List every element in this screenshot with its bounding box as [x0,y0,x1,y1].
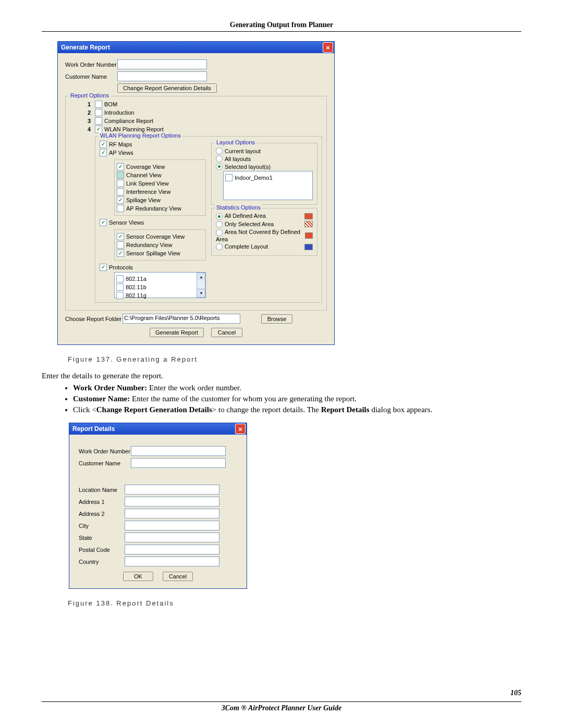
ok-button[interactable]: OK [123,572,153,581]
generate-report-button[interactable]: Generate Report [150,328,204,337]
sensorviews-label: Sensor Views [109,219,144,226]
apredun-checkbox[interactable] [117,205,124,212]
addr2-input[interactable] [125,509,219,519]
sensorcov-checkbox[interactable] [117,233,124,240]
work-order-input[interactable] [117,59,207,69]
interference-label: Interference View [126,189,170,195]
swatch1-icon [304,213,313,219]
folder-input[interactable]: C:\Program Files\Planner 5.0\Reports [123,314,240,324]
sensorspill-checkbox[interactable] [117,250,124,257]
p2-checkbox[interactable] [116,283,124,291]
browse-button[interactable]: Browse [261,314,292,324]
coverage-label: Coverage View [126,164,165,170]
postal-input[interactable] [125,545,219,554]
linkspeed-label: Link Speed View [126,180,169,187]
apviews-label: AP Views [109,150,133,156]
location-input[interactable] [125,485,219,495]
current-layout-radio[interactable] [216,147,223,154]
list-item: Click <Change Report Generation Details>… [73,405,521,414]
redundancy-label: Redundancy View [126,242,172,248]
protocols-checkbox[interactable] [100,264,107,271]
sensorviews-box: Sensor Coverage View Redundancy View Sen… [114,229,206,261]
compliance-checkbox[interactable] [95,117,102,125]
scroll-down-icon[interactable]: ▾ [197,289,205,298]
not-covered-radio[interactable] [216,229,223,236]
layouts-listbox[interactable]: Indoor_Demo1 [223,171,313,200]
location-label: Location Name [79,487,125,493]
customer-name-label: Customer Name [65,73,117,80]
intro-label: Introduction [104,109,134,116]
city-input[interactable] [125,521,219,530]
cancel-button[interactable]: Cancel [163,572,193,581]
p1-label: 802.11a [126,276,146,282]
addr1-input[interactable] [125,497,219,507]
coverage-checkbox[interactable] [117,163,124,170]
intro-checkbox[interactable] [95,109,102,116]
folder-label: Choose Report Folder [65,316,123,322]
wlan-options-group: WLAN Planning Report Options RF Maps AP … [95,136,322,303]
close-icon[interactable]: × [323,42,333,53]
p3-checkbox[interactable] [116,292,124,299]
interference-checkbox[interactable] [117,188,124,195]
not-covered-label: Area Not Covered By Defined Area [216,229,300,242]
customer-name-input[interactable] [117,71,207,81]
figure-138-caption: Figure 138. Report Details [68,599,521,607]
wlan-label: WLAN Planning Report [104,126,164,132]
apviews-checkbox[interactable] [100,149,107,156]
all-layouts-radio[interactable] [216,155,223,162]
rfmaps-checkbox[interactable] [100,141,107,148]
selected-layouts-radio[interactable] [216,163,223,170]
report-options-group: Report Options 1BOM 2Introduction 3Compl… [65,96,327,311]
country-input[interactable] [125,557,219,566]
stat-options-legend: Statistics Options [215,204,262,211]
footer-rule [42,701,521,702]
wlan-checkbox[interactable] [95,126,102,133]
window-title: Report Details [72,425,115,433]
customer-label: Customer Name [79,460,131,466]
apviews-box: Coverage View Channel View Link Speed Vi… [114,159,206,216]
state-input[interactable] [125,533,219,542]
protocols-listbox[interactable]: 802.11a 802.11b 802.11g ▴ ▾ [114,272,206,298]
work-order-label: Work Order Number [65,61,117,68]
bom-label: BOM [104,101,117,107]
sensorcov-label: Sensor Coverage View [126,233,185,240]
report-details-window: Report Details × Work Order Number Custo… [69,423,247,589]
cancel-button[interactable]: Cancel [211,328,242,337]
bom-checkbox[interactable] [95,101,102,108]
channel-checkbox[interactable] [117,171,124,179]
intro-text: Enter the details to generate the report… [42,372,521,380]
swatch3-icon [305,232,313,239]
num-3: 3 [83,118,91,124]
num-4: 4 [83,126,91,132]
demo-layout-label: Indoor_Demo1 [235,175,273,181]
complete-layout-radio[interactable] [216,243,223,250]
only-selected-radio[interactable] [216,221,223,228]
p1-checkbox[interactable] [116,275,124,282]
redundancy-checkbox[interactable] [117,241,124,249]
change-details-button[interactable]: Change Report Generation Details [117,83,217,93]
num-2: 2 [83,109,91,116]
layout-options-group: Layout Options Current layout All layout… [211,143,317,205]
p2-label: 802.11b [126,284,146,290]
state-label: State [79,535,125,541]
layout-options-legend: Layout Options [215,139,256,145]
customer-input[interactable] [131,458,226,468]
swatch4-icon [304,244,313,250]
work-order-input[interactable] [131,446,226,456]
window-title: Generate Report [61,44,110,51]
sensorviews-checkbox[interactable] [100,219,107,226]
section-header: Generating Output from Planner [42,21,521,29]
all-defined-label: All Defined Area [225,213,266,219]
header-rule [42,31,521,32]
only-selected-label: Only Selected Area [225,221,274,227]
city-label: City [79,523,125,529]
demo-layout-checkbox[interactable] [225,174,232,181]
spillage-checkbox[interactable] [117,196,124,204]
close-icon[interactable]: × [235,424,246,434]
linkspeed-checkbox[interactable] [117,180,124,187]
work-order-label: Work Order Number [79,448,131,454]
titlebar: Generate Report × [58,42,334,53]
list-item: Customer Name: Enter the name of the cus… [73,394,521,403]
all-defined-radio[interactable] [216,213,223,220]
num-1: 1 [83,101,91,107]
